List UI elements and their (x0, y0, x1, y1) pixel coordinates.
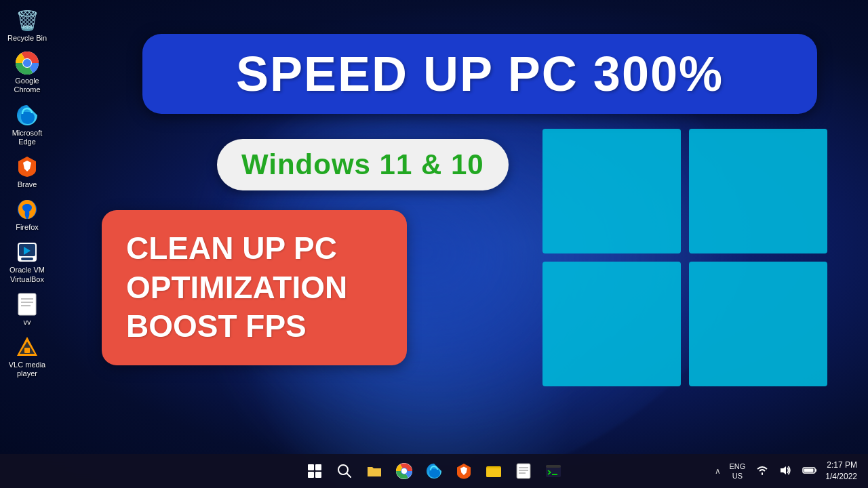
desktop-icons-list: 🗑️ Recycle Bin GoogleChrome (0, 0, 54, 454)
taskbar-brave-button[interactable] (451, 458, 477, 484)
firefox-icon (15, 197, 39, 222)
file-explorer-button[interactable] (361, 458, 387, 484)
version-badge-text: Windows 11 & 10 (241, 148, 484, 181)
region-code: US (732, 471, 743, 481)
taskbar-chrome-icon (396, 463, 412, 479)
chrome-label: GoogleChrome (14, 77, 40, 94)
file-explorer-icon (366, 463, 382, 479)
desktop-icon-notepad[interactable]: vv (3, 289, 52, 329)
virtualbox-icon (15, 240, 39, 264)
firefox-label: Firefox (16, 223, 39, 232)
clock-time: 2:17 PM (827, 460, 857, 471)
taskbar-edge-button[interactable] (421, 458, 447, 484)
notepad-label: vv (24, 318, 31, 327)
svg-point-2 (23, 59, 31, 67)
svg-rect-31 (804, 468, 814, 472)
thumbnail-content: SPEED UP PC 300% Windows 11 & 10 CLEAN U… (88, 14, 831, 451)
svg-line-15 (347, 473, 351, 477)
time-display[interactable]: 2:17 PM 1/4/2022 (825, 460, 857, 483)
vlc-icon (15, 335, 39, 359)
svg-point-19 (401, 468, 407, 474)
taskbar-edge-icon (426, 463, 442, 479)
recycle-bin-label: Recycle Bin (7, 34, 47, 43)
taskbar: ∧ ENG US (0, 454, 868, 488)
info-box-text: CLEAN UP PC OPTIMIZATION BOOST FPS (126, 229, 382, 346)
info-line1: CLEAN UP PC (126, 230, 337, 266)
taskbar-taskmanager-button[interactable] (481, 458, 507, 484)
svg-rect-32 (815, 469, 816, 472)
search-icon (337, 464, 352, 479)
virtualbox-label: Oracle VMVirtualBox (9, 266, 45, 283)
title-text: SPEED UP PC 300% (170, 46, 790, 102)
svg-rect-6 (21, 258, 33, 260)
search-button[interactable] (332, 458, 357, 484)
edge-label: MicrosoftEdge (12, 129, 43, 146)
desktop-icon-edge[interactable]: MicrosoftEdge (3, 100, 52, 149)
desktop-icon-brave[interactable]: Brave (3, 152, 52, 192)
taskbar-terminal-button[interactable] (540, 458, 566, 484)
taskbar-folder-icon (486, 463, 502, 479)
taskbar-chrome-button[interactable] (391, 458, 417, 484)
desktop-icon-chrome[interactable]: GoogleChrome (3, 48, 52, 97)
svg-rect-21 (517, 464, 530, 479)
language-display[interactable]: ENG US (729, 462, 745, 481)
volume-icon[interactable] (776, 464, 794, 479)
chrome-icon (15, 51, 39, 75)
desktop-icon-vlc[interactable]: VLC mediaplayer (3, 332, 52, 381)
brave-icon (15, 155, 39, 179)
taskbar-right: ∧ ENG US (712, 460, 860, 483)
info-box: CLEAN UP PC OPTIMIZATION BOOST FPS (102, 210, 407, 365)
language-code: ENG (729, 462, 745, 471)
show-hidden-icons-button[interactable]: ∧ (712, 465, 724, 477)
svg-rect-16 (368, 469, 381, 476)
taskbar-brave-icon (456, 463, 472, 479)
start-icon (308, 464, 321, 478)
svg-rect-7 (18, 293, 36, 315)
desktop-icon-virtualbox[interactable]: Oracle VMVirtualBox (3, 237, 52, 286)
taskbar-notepad-button[interactable] (511, 458, 536, 484)
svg-rect-26 (546, 465, 561, 468)
info-line3: BOOST FPS (126, 308, 307, 344)
taskbar-center-icons (302, 458, 566, 484)
start-button[interactable] (302, 458, 328, 484)
taskbar-terminal-icon (545, 463, 561, 479)
brave-label: Brave (18, 180, 37, 189)
wifi-icon[interactable] (753, 464, 771, 479)
desktop-icon-recycle-bin[interactable]: 🗑️ Recycle Bin (3, 5, 52, 45)
vlc-label: VLC mediaplayer (9, 361, 45, 378)
battery-icon[interactable] (800, 464, 820, 479)
edge-icon (15, 103, 39, 127)
title-banner: SPEED UP PC 300% (142, 34, 817, 114)
desktop-icon-firefox[interactable]: Firefox (3, 195, 52, 235)
taskbar-notepad-icon (516, 463, 531, 479)
recycle-bin-icon: 🗑️ (15, 8, 39, 33)
version-badge: Windows 11 & 10 (217, 139, 509, 190)
svg-rect-13 (24, 348, 30, 353)
clock-date: 1/4/2022 (825, 471, 857, 483)
info-line2: OPTIMIZATION (126, 270, 347, 305)
notepad-icon (15, 292, 39, 317)
